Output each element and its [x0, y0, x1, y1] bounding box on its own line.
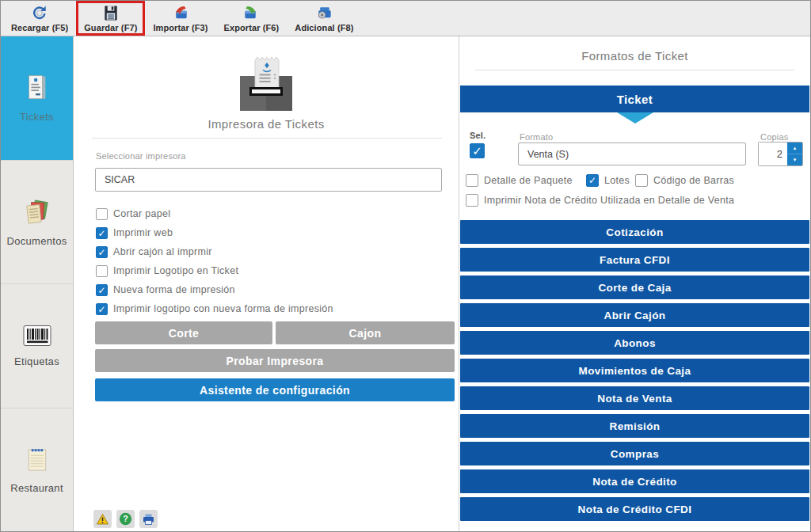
checkbox-logotipo-nueva-forma[interactable]: Imprimir logotipo con nueva forma de imp… — [96, 299, 333, 318]
checkbox-label: Imprimir logotipo con nueva forma de imp… — [113, 303, 333, 314]
warning-icon[interactable] — [93, 510, 112, 528]
toolbar-button-exportar[interactable]: Exportar (F6) — [216, 1, 287, 36]
checkbox-detalle-paquete[interactable]: Detalle de Paquete — [466, 171, 573, 190]
corte-button[interactable]: Corte — [95, 321, 272, 344]
checkbox-imprimir-web[interactable]: Imprimir web — [96, 223, 333, 242]
toolbar-button-importar[interactable]: Importar (F3) — [145, 1, 215, 36]
checkbox-label: Imprimir Logotipo en Ticket — [113, 265, 238, 276]
printer-select-label: Seleccionar impresora — [96, 151, 186, 161]
formats-panel: Formatos de Ticket Ticket Sel. Formato C… — [459, 36, 810, 531]
checkbox-label: Código de Barras — [653, 175, 734, 186]
checkbox-label: Nueva forma de impresión — [113, 284, 235, 295]
help-icon[interactable]: ? — [116, 510, 135, 528]
printer-options-list: Cortar papel Imprimir web Abrir cajón al… — [96, 204, 333, 318]
toolbar-button-guardar[interactable]: Guardar (F7) — [76, 1, 145, 36]
checkbox-label: Lotes — [604, 175, 630, 186]
documents-stack-icon — [22, 197, 52, 227]
format-button-nota-de-credito-cfdi[interactable]: Nota de Crédito CFDI — [460, 497, 809, 521]
cajon-button[interactable]: Cajon — [276, 321, 455, 344]
checkbox-nota-credito-detalle[interactable]: Imprimir Nota de Crédito Utilizada en De… — [466, 191, 734, 210]
checkbox-label: Cortar papel — [113, 208, 170, 219]
copias-input[interactable] — [759, 142, 787, 165]
format-button-abrir-cajon[interactable]: Abrir Cajón — [460, 303, 809, 327]
toolbar-button-label: Adicional (F8) — [295, 23, 353, 32]
checkbox-box[interactable] — [96, 265, 108, 277]
checkbox-label: Abrir cajón al imprmir — [113, 246, 212, 257]
tab-ticket[interactable]: Ticket — [460, 86, 809, 112]
checkbox-box[interactable] — [96, 227, 108, 239]
formato-label: Formato — [520, 132, 553, 142]
checkbox-box[interactable] — [96, 208, 108, 220]
format-button-movimientos-de-caja[interactable]: Movimientos de Caja — [460, 359, 809, 382]
checkbox-box[interactable] — [96, 284, 108, 296]
svg-text:?: ? — [123, 514, 128, 523]
checkbox-box[interactable] — [466, 194, 478, 207]
checkbox-box[interactable] — [466, 174, 478, 187]
import-icon — [170, 4, 191, 22]
sidebar-item-label: Tickets — [20, 111, 54, 123]
spinner-up-button[interactable]: ▲ — [787, 142, 802, 154]
checkbox-box[interactable] — [96, 303, 108, 315]
format-button-factura-cfdi[interactable]: Factura CFDI — [460, 248, 809, 272]
format-button-abonos[interactable]: Abonos — [460, 331, 809, 355]
checkbox-label: Imprimir web — [113, 227, 173, 238]
checkbox-label: Imprimir Nota de Crédito Utilizada en De… — [484, 195, 734, 206]
toolbar-button-recargar[interactable]: Recargar (F5) — [3, 1, 76, 36]
checkbox-lotes[interactable]: Lotes — [586, 171, 630, 190]
sidebar-item-documentos[interactable]: Documentos — [1, 161, 73, 285]
sidebar-item-restaurant[interactable]: Restaurant — [1, 408, 73, 532]
checkbox-box[interactable] — [96, 246, 108, 258]
notepad-icon — [23, 445, 51, 474]
divider — [92, 138, 442, 139]
copias-label: Copias — [760, 132, 788, 142]
app-window: Recargar (F5) Guardar (F7) Importar (F3) — [0, 0, 811, 532]
sidebar-item-label: Etiquetas — [14, 355, 59, 367]
probar-impresora-button[interactable]: Probar Impresora — [95, 349, 455, 372]
toolbar-button-label: Guardar (F7) — [84, 23, 137, 32]
asistente-configuracion-button[interactable]: Asistente de configuración — [95, 378, 455, 401]
sidebar: Tickets Documentos — [1, 36, 74, 531]
printer-select-input[interactable] — [95, 168, 442, 192]
sel-checkbox[interactable] — [470, 143, 485, 158]
format-buttons-list: Cotización Factura CFDI Corte de Caja Ab… — [460, 220, 809, 525]
formats-panel-title: Formatos de Ticket — [459, 49, 810, 63]
checkbox-codigo-barras[interactable]: Código de Barras — [635, 171, 734, 190]
divider — [475, 70, 794, 70]
spinner-down-button[interactable]: ▼ — [787, 154, 802, 165]
ticket-printer-icon — [230, 54, 302, 117]
formato-input[interactable] — [518, 142, 746, 165]
format-button-cotizacion[interactable]: Cotización — [460, 220, 809, 244]
checkbox-abrir-cajon[interactable]: Abrir cajón al imprmir — [96, 242, 333, 261]
printer-panel: Impresora de Tickets Seleccionar impreso… — [74, 36, 458, 531]
format-button-corte-de-caja[interactable]: Corte de Caja — [460, 276, 809, 299]
copias-stepper[interactable]: ▲ ▼ — [758, 142, 803, 166]
sidebar-item-label: Restaurant — [10, 482, 63, 494]
sidebar-item-etiquetas[interactable]: Etiquetas — [1, 284, 73, 408]
format-button-compras[interactable]: Compras — [460, 442, 809, 466]
sidebar-item-label: Documentos — [7, 235, 67, 247]
toolbar-button-label: Recargar (F5) — [11, 23, 68, 32]
toolbar: Recargar (F5) Guardar (F7) Importar (F3) — [1, 1, 810, 36]
checkbox-label: Detalle de Paquete — [484, 175, 573, 186]
format-button-remision[interactable]: Remisión — [460, 414, 809, 438]
export-icon — [241, 4, 261, 22]
toolbar-button-adicional[interactable]: Adicional (F8) — [287, 1, 361, 36]
printer-gear-icon — [314, 4, 334, 22]
receipt-icon — [24, 74, 51, 103]
format-button-nota-de-venta[interactable]: Nota de Venta — [460, 386, 809, 410]
print-icon[interactable] — [139, 510, 158, 528]
sel-label: Sel. — [470, 131, 485, 140]
save-floppy-icon — [101, 4, 120, 22]
barcode-icon — [22, 324, 52, 348]
checkbox-cortar-papel[interactable]: Cortar papel — [96, 204, 333, 223]
toolbar-button-label: Exportar (F6) — [224, 23, 280, 32]
checkbox-box[interactable] — [586, 174, 599, 187]
format-button-nota-de-credito[interactable]: Nota de Crédito — [460, 469, 809, 493]
toolbar-button-label: Importar (F3) — [153, 23, 208, 32]
sidebar-item-tickets[interactable]: Tickets — [1, 36, 73, 161]
checkbox-box[interactable] — [635, 174, 648, 187]
checkbox-nueva-forma[interactable]: Nueva forma de impresión — [96, 280, 333, 299]
footer-icons: ? — [93, 510, 158, 528]
checkbox-logotipo-ticket[interactable]: Imprimir Logotipo en Ticket — [96, 261, 333, 280]
refresh-icon — [29, 4, 50, 22]
